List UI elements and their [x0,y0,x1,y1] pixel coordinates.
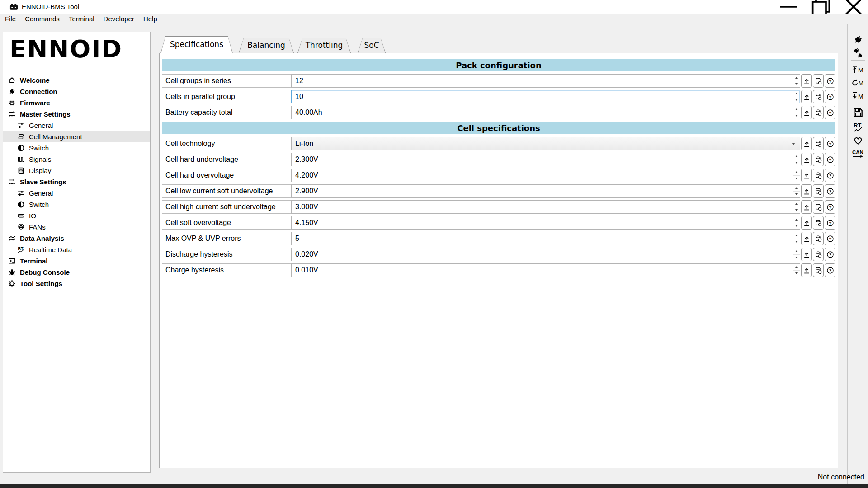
minimize-button[interactable] [778,0,798,14]
spin-down-button[interactable] [793,175,800,182]
battery-capacity-total-input[interactable]: 40.00Ah [291,106,800,119]
help-button[interactable]: ? [825,216,835,230]
realtime-data-button[interactable]: RT [851,122,865,133]
sidebar-item-master-settings[interactable]: Master Settings [3,108,150,120]
tab-specifications[interactable]: Specifications [160,36,233,53]
cell-hard-undervoltage-input[interactable]: 2.300V [291,153,800,166]
cell-high-current-soft-undervoltage-input[interactable]: 3.000V [291,200,800,214]
menu-developer[interactable]: Developer [99,14,139,24]
charge-hysteresis-input[interactable]: 0.010V [291,263,800,277]
sidebar-item-general[interactable]: General [3,120,150,131]
sidebar-item-fans[interactable]: FANs [3,221,150,233]
help-button[interactable]: ? [825,169,835,182]
store-value-button[interactable] [813,263,824,277]
store-value-button[interactable] [813,153,824,166]
spin-up-button[interactable] [793,201,800,207]
sidebar-item-slave-settings[interactable]: Slave Settings [3,176,150,188]
spin-up-button[interactable] [793,153,800,160]
disconnect-button[interactable] [851,47,865,59]
spin-down-button[interactable] [793,160,800,166]
store-value-button[interactable] [813,232,824,245]
sidebar-item-general[interactable]: General [3,188,150,199]
restore-button[interactable] [811,0,831,14]
spin-down-button[interactable] [793,254,800,261]
spin-up-button[interactable] [793,232,800,239]
help-button[interactable]: ? [825,106,835,119]
menu-commands[interactable]: Commands [20,14,64,24]
spin-up-button[interactable] [793,216,800,223]
write-value-button[interactable] [801,137,812,150]
tab-balancing[interactable]: Balancing [239,38,294,53]
reload-master-button[interactable]: M [851,77,865,89]
sidebar-item-signals[interactable]: Signals [3,154,150,165]
sidebar-item-debug-console[interactable]: Debug Console [3,267,150,278]
tab-throttling[interactable]: Throttling [297,38,351,53]
write-value-button[interactable] [801,90,812,103]
help-button[interactable]: ? [825,232,835,245]
max-ovp-uvp-errors-input[interactable]: 5 [291,232,800,245]
cell-low-current-soft-undervoltage-input[interactable]: 2.900V [291,184,800,198]
favorites-button[interactable] [851,135,865,146]
read-master-button[interactable]: M [851,90,865,102]
cell-hard-overvoltage-input[interactable]: 4.200V [291,169,800,182]
help-button[interactable]: ? [825,137,835,150]
sidebar-item-realtime-data[interactable]: RTRealtime Data [3,244,150,255]
spin-down-button[interactable] [793,97,800,103]
cell-technology-combobox[interactable]: Li-Ion [291,137,800,150]
write-value-button[interactable] [801,232,812,245]
connect-button[interactable] [851,34,865,46]
write-value-button[interactable] [801,263,812,277]
can-forward-button[interactable]: CAN [851,148,865,160]
spin-up-button[interactable] [793,169,800,175]
menu-terminal[interactable]: Terminal [64,14,99,24]
store-value-button[interactable] [813,216,824,230]
write-value-button[interactable] [801,184,812,198]
write-value-button[interactable] [801,200,812,214]
sidebar-item-welcome[interactable]: Welcome [3,75,150,86]
store-value-button[interactable] [813,137,824,150]
sidebar-item-data-analysis[interactable]: Data Analysis [3,233,150,244]
spin-up-button[interactable] [793,185,800,191]
close-button[interactable] [844,0,863,14]
sidebar-item-tool-settings[interactable]: Tool Settings [3,278,150,289]
help-button[interactable]: ? [825,90,835,103]
spin-up-button[interactable] [793,106,800,113]
store-value-button[interactable] [813,74,824,88]
store-value-button[interactable] [813,184,824,198]
store-value-button[interactable] [813,90,824,103]
help-button[interactable]: ? [825,200,835,214]
menu-help[interactable]: Help [139,14,162,24]
sidebar-item-io[interactable]: IO [3,210,150,221]
write-value-button[interactable] [801,153,812,166]
sidebar-item-display[interactable]: Display [3,165,150,176]
spin-up-button[interactable] [793,90,800,97]
cell-soft-overvoltage-input[interactable]: 4.150V [291,216,800,230]
write-value-button[interactable] [801,169,812,182]
discharge-hysteresis-input[interactable]: 0.020V [291,248,800,261]
sidebar-item-cell-management[interactable]: Cell Management [3,131,150,142]
store-value-button[interactable] [813,106,824,119]
spin-down-button[interactable] [793,81,800,88]
cells-in-parallel-group-input[interactable]: 10 [291,90,800,103]
tab-soc[interactable]: SoC [358,38,386,53]
spin-down-button[interactable] [793,239,800,245]
store-value-button[interactable] [813,200,824,214]
spin-up-button[interactable] [793,264,800,270]
write-value-button[interactable] [801,74,812,88]
sidebar-item-firmware[interactable]: Firmware [3,97,150,108]
sidebar-item-terminal[interactable]: Terminal [3,255,150,267]
help-button[interactable]: ? [825,74,835,88]
spin-down-button[interactable] [793,191,800,198]
store-value-button[interactable] [813,248,824,261]
save-button[interactable] [851,107,865,118]
spin-down-button[interactable] [793,113,800,119]
write-master-button[interactable]: M [851,64,865,75]
spin-up-button[interactable] [793,75,800,81]
sidebar-item-connection[interactable]: Connection [3,86,150,97]
sidebar-item-switch[interactable]: Switch [3,199,150,210]
menu-file[interactable]: File [0,14,20,24]
write-value-button[interactable] [801,106,812,119]
help-button[interactable]: ? [825,184,835,198]
cell-groups-in-series-input[interactable]: 12 [291,74,800,88]
write-value-button[interactable] [801,216,812,230]
